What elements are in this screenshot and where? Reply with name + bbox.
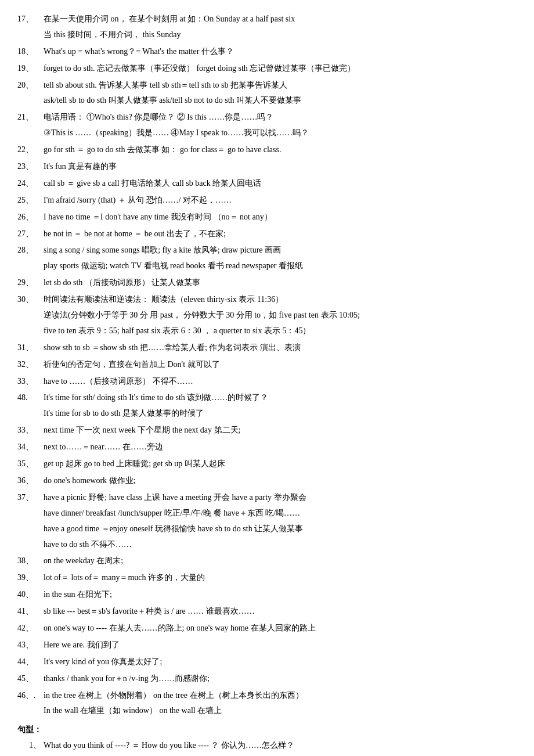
entry-content: have a picnic 野餐; have class 上课 have a m… <box>44 490 517 553</box>
list-item: 39、lot of＝ lots of＝ many＝much 许多的，大量的 <box>17 570 517 586</box>
list-item: 28、sing a song / sing some songs 唱歌; fly… <box>17 243 517 274</box>
entry-content: on one's way to ---- 在某人去……的路上; on one's… <box>44 621 517 636</box>
entry-content: get up 起床 go to bed 上床睡觉; get sb up 叫某人起… <box>44 456 517 472</box>
entry-content: have to ……（后接动词原形） 不得不…… <box>44 374 517 390</box>
list-item: 42、on one's way to ---- 在某人去……的路上; on on… <box>17 621 517 636</box>
pattern-content: What do you think of ----? ＝ How do you … <box>44 738 517 756</box>
entry-line: call sb ＝ give sb a call 打电话给某人 call sb … <box>44 176 517 191</box>
entry-line: in the tree 在树上（外物附着） on the tree 在树上（树上… <box>44 688 517 703</box>
list-item: 17、在某一天使用介词 on， 在某个时刻用 at 如：On Sunday at… <box>17 12 517 43</box>
entry-line: have to do sth 不得不…… <box>44 537 517 552</box>
entry-line: play sports 做运动; watch TV 看电视 read books… <box>44 258 517 273</box>
entry-number: 43、 <box>17 638 44 653</box>
entry-line: on the weekday 在周末; <box>44 553 517 568</box>
entry-content: thanks / thank you for＋n /v-ing 为……而感谢你; <box>44 671 517 687</box>
entry-line: 电话用语： ①Who's this? 你是哪位？ ② Is this ……你是…… <box>44 110 517 125</box>
entry-line: five to ten 表示 9：55; half past six 表示 6：… <box>44 323 517 339</box>
entry-number: 27、 <box>17 226 44 242</box>
list-item: 30、时间读法有顺读法和逆读法： 顺读法（eleven thirty-six 表… <box>17 292 517 339</box>
entry-number: 18、 <box>17 44 44 60</box>
entry-content: It's fun 真是有趣的事 <box>44 159 517 175</box>
entry-line: It's time for sb to do sth 是某人做某事的时候了 <box>44 406 517 421</box>
entry-line: It's fun 真是有趣的事 <box>44 159 517 174</box>
entry-content: show sth to sb ＝show sb sth 把……拿给某人看; 作为… <box>44 340 517 356</box>
entry-number: 21、 <box>17 110 44 141</box>
entry-content: It's time for sth/ doing sth It's time t… <box>44 390 517 422</box>
list-item: 23、It's fun 真是有趣的事 <box>17 159 517 175</box>
entry-line: ③This is ……（speaking）我是…… ④May I speak t… <box>44 125 517 141</box>
entry-content: do one's homework 做作业; <box>44 473 517 489</box>
entry-content: tell sb about sth. 告诉某人某事 tell sb sth＝te… <box>44 78 517 109</box>
entry-line: 时间读法有顺读法和逆读法： 顺读法（eleven thirty-six 表示 1… <box>44 292 517 307</box>
entry-line: get up 起床 go to bed 上床睡觉; get sb up 叫某人起… <box>44 456 517 471</box>
entry-number: 30、 <box>17 292 44 339</box>
entry-line: in the sun 在阳光下; <box>44 587 517 602</box>
entry-content: go for sth ＝ go to do sth 去做某事 如： go for… <box>44 142 517 158</box>
entry-content: I have no time ＝I don't have any time 我没… <box>44 210 517 225</box>
entry-number: 45、 <box>17 671 44 687</box>
entry-number: 46、. <box>17 688 44 719</box>
list-item: 34、next to……＝near…… 在……旁边 <box>17 440 517 455</box>
list-item: 33、next time 下一次 next week 下个星期 the next… <box>17 423 517 438</box>
entry-line: show sth to sb ＝show sb sth 把……拿给某人看; 作为… <box>44 340 517 355</box>
entry-line: 在某一天使用介词 on， 在某个时刻用 at 如：On Sunday at a … <box>44 12 517 27</box>
entry-number: 28、 <box>17 243 44 274</box>
entry-number: 40、 <box>17 587 44 603</box>
entry-line: on one's way to ---- 在某人去……的路上; on one's… <box>44 621 517 636</box>
entry-line: tell sb about sth. 告诉某人某事 tell sb sth＝te… <box>44 78 517 93</box>
entry-number: 41、 <box>17 604 44 620</box>
entry-content: Here we are. 我们到了 <box>44 638 517 653</box>
entry-content: next time 下一次 next week 下个星期 the next da… <box>44 423 517 438</box>
entry-number: 22、 <box>17 142 44 158</box>
list-item: 25、I'm afraid /sorry (that) ＋ 从句 恐怕……/ 对… <box>17 193 517 208</box>
entry-line: next to……＝near…… 在……旁边 <box>44 440 517 455</box>
entry-line: sb like --- best＝sb's favorite＋种类 is / a… <box>44 604 517 619</box>
list-item: 24、call sb ＝ give sb a call 打电话给某人 call … <box>17 176 517 192</box>
entry-line: do one's homework 做作业; <box>44 473 517 488</box>
entry-number: 38、 <box>17 553 44 569</box>
entry-number: 33、 <box>17 374 44 390</box>
entry-line: 祈使句的否定句，直接在句首加上 Don't 就可以了 <box>44 357 517 372</box>
entry-number: 23、 <box>17 159 44 175</box>
entry-number: 48. <box>17 390 44 422</box>
entry-number: 39、 <box>17 570 44 586</box>
entry-line: 逆读法(分钟数小于等于 30 分 用 past， 分钟数大于 30 分用 to，… <box>44 308 517 323</box>
list-item: 26、I have no time ＝I don't have any time… <box>17 210 517 225</box>
entry-line: lot of＝ lots of＝ many＝much 许多的，大量的 <box>44 570 517 585</box>
entry-number: 19、 <box>17 61 44 77</box>
list-item: 19、forget to do sth. 忘记去做某事（事还没做） forget… <box>17 61 517 77</box>
entry-number: 29、 <box>17 275 44 291</box>
entry-number: 24、 <box>17 176 44 192</box>
entry-content: 电话用语： ①Who's this? 你是哪位？ ② Is this ……你是…… <box>44 110 517 141</box>
entry-content: sing a song / sing some songs 唱歌; fly a … <box>44 243 517 274</box>
sentence-patterns-title: 句型： <box>17 722 517 737</box>
list-item: 18、What's up = what's wrong？= What's the… <box>17 44 517 60</box>
list-item: 36、do one's homework 做作业; <box>17 473 517 489</box>
entry-line: It's very kind of you 你真是太好了; <box>44 654 517 669</box>
entry-line: let sb do sth （后接动词原形） 让某人做某事 <box>44 275 517 290</box>
entry-number: 25、 <box>17 193 44 208</box>
entry-number: 33、 <box>17 423 44 438</box>
entry-content: 时间读法有顺读法和逆读法： 顺读法（eleven thirty-six 表示 1… <box>44 292 517 339</box>
entry-line: In the wall 在墙里（如 window） on the wall 在墙… <box>44 703 517 718</box>
list-item: 20、tell sb about sth. 告诉某人某事 tell sb sth… <box>17 78 517 109</box>
entry-content: next to……＝near…… 在……旁边 <box>44 440 517 455</box>
pattern-line: What do you think of ----? ＝ How do you … <box>44 738 517 753</box>
list-item: 35、get up 起床 go to bed 上床睡觉; get sb up 叫… <box>17 456 517 472</box>
entry-line: I have no time ＝I don't have any time 我没… <box>44 210 517 225</box>
entry-content: in the sun 在阳光下; <box>44 587 517 603</box>
entry-number: 44、 <box>17 654 44 670</box>
page: 17、在某一天使用介词 on， 在某个时刻用 at 如：On Sunday at… <box>17 12 517 756</box>
entry-number: 34、 <box>17 440 44 455</box>
entry-line: go for sth ＝ go to do sth 去做某事 如： go for… <box>44 142 517 157</box>
entry-content: It's very kind of you 你真是太好了; <box>44 654 517 670</box>
entry-line: have dinner/ breakfast /lunch/supper 吃正/… <box>44 506 517 521</box>
list-item: 48.It's time for sth/ doing sth It's tim… <box>17 390 517 422</box>
pattern-line: 例：What do you think of your English teac… <box>44 754 517 756</box>
list-item: 46、.in the tree 在树上（外物附着） on the tree 在树… <box>17 688 517 719</box>
entry-number: 20、 <box>17 78 44 109</box>
entry-content: call sb ＝ give sb a call 打电话给某人 call sb … <box>44 176 517 192</box>
list-item: 21、电话用语： ①Who's this? 你是哪位？ ② Is this ……… <box>17 110 517 141</box>
entry-number: 37、 <box>17 490 44 553</box>
list-item: 45、thanks / thank you for＋n /v-ing 为……而感… <box>17 671 517 687</box>
